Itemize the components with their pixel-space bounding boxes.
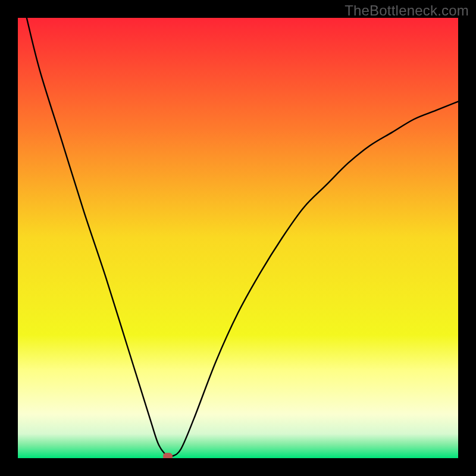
bottleneck-curve [18,18,458,458]
optimal-point-marker [163,453,173,458]
watermark-text: TheBottleneck.com [345,2,469,19]
plot-area [18,18,458,458]
